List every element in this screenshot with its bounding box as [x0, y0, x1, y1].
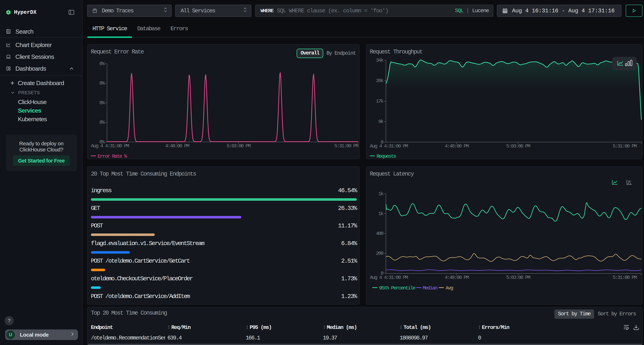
svg-text:200: 200 [376, 251, 383, 256]
svg-text:95th Percentile: 95th Percentile [379, 285, 416, 291]
svg-text:Aug 4 4:31:00 PM: Aug 4 4:31:00 PM [370, 275, 408, 280]
svg-text:0%: 0% [100, 100, 105, 106]
svg-text:0%: 0% [100, 61, 105, 66]
svg-text:Requests: Requests [376, 154, 396, 159]
svg-text:4:48:00 PM: 4:48:00 PM [165, 143, 190, 149]
svg-text:0%: 0% [100, 120, 105, 125]
svg-text:Error Rate %: Error Rate % [98, 154, 127, 159]
svg-text:9k: 9k [378, 119, 384, 124]
svg-text:1k: 1k [378, 211, 384, 217]
svg-text:34k: 34k [376, 57, 383, 63]
svg-text:5:31:00 PM: 5:31:00 PM [613, 275, 637, 280]
svg-text:5:03:00 PM: 5:03:00 PM [506, 275, 530, 280]
svg-text:26k: 26k [376, 78, 383, 83]
svg-text:Median: Median [423, 285, 438, 291]
svg-text:Aug 4 4:31:00 PM: Aug 4 4:31:00 PM [370, 143, 408, 149]
svg-text:17k: 17k [376, 98, 383, 104]
svg-text:4:48:00 PM: 4:48:00 PM [445, 143, 469, 149]
svg-text:0%: 0% [100, 80, 105, 86]
svg-text:5:03:00 PM: 5:03:00 PM [227, 143, 251, 149]
svg-text:400: 400 [376, 231, 383, 236]
svg-text:5:03:00 PM: 5:03:00 PM [506, 143, 530, 149]
svg-text:1k: 1k [378, 191, 384, 197]
svg-text:4:48:00 PM: 4:48:00 PM [445, 275, 469, 280]
svg-text:Aug 4 4:31:00 PM: Aug 4 4:31:00 PM [91, 143, 129, 149]
svg-text:Avg: Avg [446, 285, 453, 291]
svg-text:5:31:00 PM: 5:31:00 PM [334, 143, 358, 149]
svg-text:5:31:00 PM: 5:31:00 PM [613, 143, 637, 149]
